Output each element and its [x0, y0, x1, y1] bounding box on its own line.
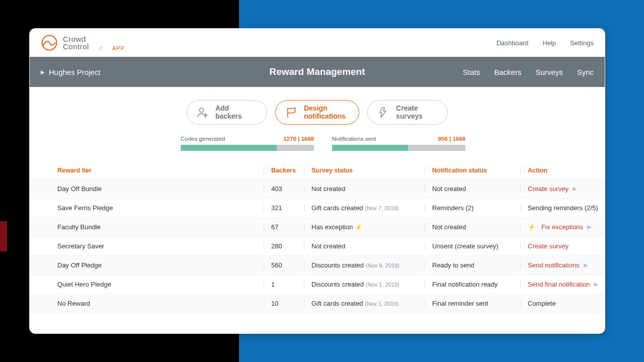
bolt-stack-icon [377, 106, 390, 119]
table-row[interactable]: Day Off Pledge560Discounts created(Nov 9… [30, 256, 605, 275]
nav-settings[interactable]: Settings [570, 39, 594, 47]
cell-notification: Not created [425, 223, 520, 231]
cell-notification: Ready to send [425, 261, 520, 269]
subnav-backers[interactable]: Backers [494, 68, 521, 76]
table-row[interactable]: No Reward10Gift cards created(Nov 1, 201… [30, 294, 605, 313]
cell-survey: Discounts created(Nov 9, 2019) [304, 261, 425, 269]
svg-point-1 [199, 108, 203, 112]
cell-survey: Not created [304, 242, 425, 250]
wave-icon [41, 34, 58, 51]
col-reward-tier[interactable]: Reward tier [57, 167, 264, 174]
cell-backers: 1 [264, 281, 304, 288]
cell-tier: Secretary Saver [57, 242, 264, 250]
nav-help[interactable]: Help [542, 39, 556, 47]
cell-backers: 67 [264, 223, 304, 231]
cell-tier: Day Off Pledge [57, 261, 264, 269]
top-nav: Dashboard Help Settings [497, 39, 594, 47]
cell-survey: Discounts created(Nov 1, 2019) [304, 281, 425, 288]
cell-tier: Day Off Bundle [57, 185, 264, 193]
add-backers-button[interactable]: Addbackers [187, 100, 267, 125]
cell-survey: Not created [304, 185, 425, 193]
logo-divider: // [99, 45, 102, 51]
cell-tier: Save Ferris Pledge [57, 204, 264, 212]
logo-app-tag: APP [112, 45, 125, 51]
person-plus-icon [196, 106, 209, 119]
design-notifications-button[interactable]: Designnotifications [275, 100, 359, 125]
col-survey[interactable]: Survey status [304, 167, 425, 174]
table-header: Reward tier Backers Survey status Notifi… [30, 162, 605, 179]
cell-survey: Gift cards created(Nov 1, 2019) [304, 300, 425, 307]
codes-progress: Codes generated 1270 | 1668 [181, 136, 314, 151]
cell-tier: Quiet Hero Pledge [57, 281, 264, 288]
table-row[interactable]: Quiet Hero Pledge1Discounts created(Nov … [30, 275, 605, 294]
background-accent [0, 221, 7, 251]
codes-label: Codes generated [181, 136, 225, 142]
cell-action[interactable]: ⚡Fix exceptions▶ [520, 223, 605, 231]
table-row[interactable]: Save Ferris Pledge321Gift cards created(… [30, 199, 605, 218]
progress-row: Codes generated 1270 | 1668 Notification… [30, 136, 605, 162]
cell-notification: Unsent (create survey) [425, 242, 520, 250]
cell-backers: 403 [264, 185, 304, 193]
play-icon: ▶ [594, 281, 598, 288]
play-icon: ▶ [573, 186, 577, 192]
table-row[interactable]: Faculty Bundle67Has exception⚡Not create… [30, 218, 605, 237]
cell-notification: Reminders (2) [425, 204, 520, 212]
cell-action[interactable]: Send final notification▶ [520, 281, 605, 288]
subnav-stats[interactable]: Stats [463, 68, 480, 76]
codes-count: 1270 | 1668 [283, 136, 314, 142]
play-icon: ▶ [587, 224, 591, 230]
action-pill-row: Addbackers Designnotifications Createsur… [30, 87, 605, 136]
cell-backers: 560 [264, 261, 304, 269]
reward-table: Reward tier Backers Survey status Notifi… [30, 162, 605, 313]
sub-nav: Stats Backers Surveys Sync [463, 68, 594, 76]
play-icon: ▶ [584, 262, 588, 268]
logo[interactable]: Crowd Control // APP [41, 34, 125, 51]
notifs-count: 956 | 1668 [438, 136, 465, 142]
bolt-icon: ⚡ [355, 224, 362, 231]
logo-text: Crowd Control [63, 35, 89, 50]
cell-action[interactable]: Create survey [520, 242, 605, 250]
cell-backers: 280 [264, 242, 304, 250]
cell-action[interactable]: Sending reminders (2/5) [520, 204, 605, 212]
notifs-bar [332, 145, 465, 151]
cell-action[interactable]: Complete [520, 300, 605, 307]
cell-notification: Final reminder sent [425, 300, 520, 307]
topbar: Crowd Control // APP Dashboard Help Sett… [30, 29, 605, 57]
notifs-label: Notifications sent [332, 136, 376, 142]
cell-notification: Final notification ready [425, 281, 520, 288]
cell-action[interactable]: Send notifications▶ [520, 261, 605, 269]
cell-backers: 321 [264, 204, 304, 212]
notifications-progress: Notifications sent 956 | 1668 [332, 136, 465, 151]
sub-header: ▶ Hughes Project Reward Management Stats… [30, 57, 605, 87]
cell-backers: 10 [264, 300, 304, 307]
cell-survey: Has exception⚡ [304, 223, 425, 231]
table-row[interactable]: Secretary Saver280Not createdUnsent (cre… [30, 237, 605, 256]
col-action[interactable]: Action [520, 167, 605, 174]
col-notification[interactable]: Notification status [425, 167, 520, 174]
nav-dashboard[interactable]: Dashboard [497, 39, 529, 47]
cell-tier: No Reward [57, 300, 264, 307]
flag-icon [285, 106, 298, 119]
page-title: Reward Management [269, 66, 365, 77]
project-name: Hughes Project [49, 68, 101, 76]
cell-notification: Not created [425, 185, 520, 193]
caret-right-icon: ▶ [41, 69, 45, 75]
codes-bar [181, 145, 314, 151]
cell-action[interactable]: Create survey▶ [520, 185, 605, 193]
table-row[interactable]: Day Off Bundle403Not createdNot createdC… [30, 179, 605, 199]
project-breadcrumb[interactable]: ▶ Hughes Project [41, 68, 101, 76]
col-backers[interactable]: Backers [264, 167, 304, 174]
subnav-surveys[interactable]: Surveys [535, 68, 562, 76]
cell-tier: Faculty Bundle [57, 223, 264, 231]
subnav-sync[interactable]: Sync [577, 68, 594, 76]
bolt-icon: ⚡ [528, 224, 535, 231]
app-window: Crowd Control // APP Dashboard Help Sett… [29, 28, 605, 334]
cell-survey: Gift cards created(Nov 7, 2019) [304, 204, 425, 212]
create-surveys-button[interactable]: Createsurveys [367, 100, 448, 125]
